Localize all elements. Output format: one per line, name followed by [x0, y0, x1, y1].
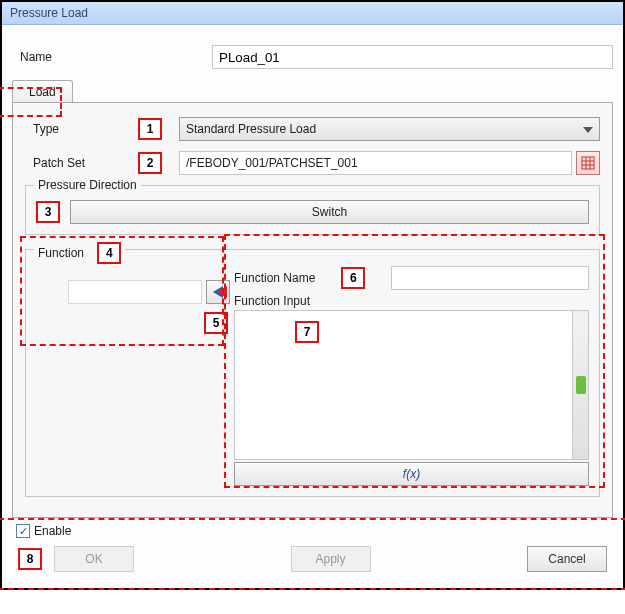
- function-name-label: Function Name: [234, 271, 315, 285]
- grid-icon: [581, 156, 595, 170]
- function-input-textarea[interactable]: 7: [234, 310, 589, 460]
- apply-button[interactable]: Apply: [291, 546, 371, 572]
- function-right-pane: Function Name 6 Function Input 7: [234, 266, 589, 486]
- ok-button[interactable]: OK: [54, 546, 134, 572]
- annotation-2: 2: [138, 152, 162, 174]
- patch-set-label: Patch Set: [25, 156, 135, 170]
- window-title: Pressure Load: [10, 6, 88, 20]
- function-left-pane: 5: [36, 266, 232, 486]
- cancel-button-label: Cancel: [548, 552, 585, 566]
- enable-label: Enable: [34, 524, 71, 538]
- patch-set-browse-button[interactable]: [576, 151, 600, 175]
- function-group-title: Function 4: [34, 242, 125, 264]
- annotation-3: 3: [36, 201, 60, 223]
- tab-panel-load: Type 1 Standard Pressure Load Patch Set …: [12, 102, 613, 518]
- patch-set-value: /FEBODY_001/PATCHSET_001: [186, 156, 358, 170]
- pressure-direction-title: Pressure Direction: [34, 178, 141, 192]
- annotation-8: 8: [18, 548, 42, 570]
- switch-button[interactable]: Switch: [70, 200, 589, 224]
- svg-rect-0: [582, 157, 594, 169]
- function-group: Function 4: [25, 249, 600, 497]
- annotation-1: 1: [138, 118, 162, 140]
- dialog-content: Name Load Type 1 Standard Pressure Load: [2, 25, 623, 588]
- annotation-6: 6: [341, 267, 365, 289]
- pressure-direction-group: Pressure Direction 3 Switch: [25, 185, 600, 235]
- window-titlebar: Pressure Load: [2, 2, 623, 25]
- annotation-5: 5: [204, 312, 228, 334]
- switch-button-label: Switch: [312, 205, 347, 219]
- annotation-7: 7: [295, 321, 319, 343]
- name-label: Name: [12, 50, 152, 64]
- function-input-label: Function Input: [234, 294, 589, 308]
- function-name-input[interactable]: [391, 266, 589, 290]
- scrollbar-thumb[interactable]: [576, 376, 586, 394]
- assign-arrow-button[interactable]: [206, 280, 230, 304]
- enable-checkbox[interactable]: ✓: [16, 524, 30, 538]
- apply-button-label: Apply: [315, 552, 345, 566]
- cancel-button[interactable]: Cancel: [527, 546, 607, 572]
- ok-button-label: OK: [85, 552, 102, 566]
- tab-load-label: Load: [29, 85, 56, 99]
- type-select[interactable]: Standard Pressure Load: [179, 117, 600, 141]
- fx-button-label: f(x): [403, 467, 420, 481]
- patch-set-field[interactable]: /FEBODY_001/PATCHSET_001: [179, 151, 572, 175]
- type-label: Type: [25, 122, 135, 136]
- scrollbar[interactable]: [572, 311, 588, 459]
- function-list-field[interactable]: [68, 280, 202, 304]
- name-input[interactable]: [212, 45, 613, 69]
- fx-button[interactable]: f(x): [234, 462, 589, 486]
- function-group-title-text: Function: [38, 246, 84, 260]
- type-select-value: Standard Pressure Load: [186, 122, 316, 136]
- annotation-4: 4: [97, 242, 121, 264]
- dialog-window: Pressure Load Name Load Type 1 Sta: [0, 0, 625, 590]
- tab-load[interactable]: Load: [12, 80, 73, 103]
- arrow-left-icon: [213, 286, 223, 298]
